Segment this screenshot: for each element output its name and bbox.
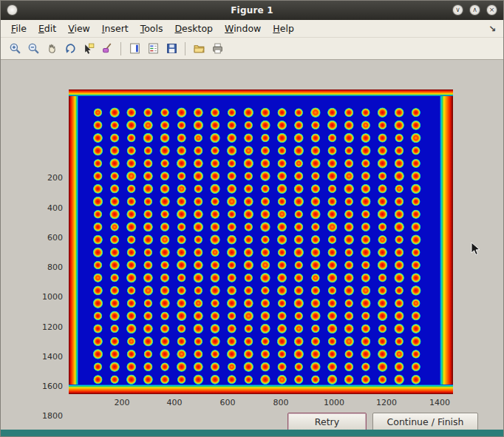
y-tick-label: 1600: [35, 382, 63, 391]
y-tick-label: 1800: [35, 411, 63, 421]
y-tick-label: 400: [35, 203, 63, 213]
x-tick-label: 1400: [423, 398, 456, 407]
heatmap-image[interactable]: [69, 89, 453, 394]
menu-window[interactable]: Window: [219, 21, 267, 36]
save-icon[interactable]: [163, 41, 180, 57]
y-tick-label: 1400: [35, 352, 63, 362]
y-tick-label: 1200: [35, 322, 63, 332]
menu-help[interactable]: Help: [267, 21, 300, 36]
retry-button[interactable]: Retry: [287, 413, 367, 431]
y-tick-label: 200: [35, 173, 63, 183]
menu-edit[interactable]: Edit: [33, 21, 62, 36]
x-tick-label: 1000: [318, 398, 350, 407]
toolbar-separator: [185, 42, 185, 55]
continue-finish-button[interactable]: Continue / Finish: [372, 413, 478, 431]
data-cursor-icon[interactable]: [81, 41, 97, 57]
minimize-button[interactable]: ∨: [452, 4, 463, 16]
y-tick-label: 800: [35, 262, 63, 272]
rotate-3d-icon[interactable]: [62, 41, 78, 57]
y-tick-label: 1000: [35, 292, 63, 302]
legend-icon[interactable]: [145, 41, 161, 57]
menu-desktop[interactable]: Desktop: [168, 21, 219, 36]
x-tick-label: 800: [265, 398, 297, 407]
zoom-in-icon[interactable]: [7, 41, 23, 57]
toolbar-separator: [120, 42, 121, 55]
print-icon[interactable]: [209, 41, 225, 57]
x-tick-label: 600: [211, 398, 244, 407]
close-button[interactable]: ×: [486, 4, 497, 16]
x-tick-label: 200: [106, 398, 138, 407]
brush-icon[interactable]: [99, 41, 115, 57]
open-icon[interactable]: [191, 41, 207, 57]
bottom-edge-strip: [1, 430, 503, 436]
window-menu-button[interactable]: [7, 4, 18, 16]
figure-canvas-area: 200 400 600 800 1000 1200 1400 1600 1800…: [1, 60, 503, 431]
menu-insert[interactable]: Insert: [96, 21, 134, 36]
window-title: Figure 1: [1, 5, 503, 16]
dock-arrow-icon[interactable]: ↘: [488, 24, 496, 34]
menu-view[interactable]: View: [62, 21, 96, 36]
x-tick-label: 400: [158, 398, 191, 407]
colorbar-icon[interactable]: [126, 41, 143, 57]
menu-file[interactable]: File: [5, 21, 33, 36]
pan-icon[interactable]: [44, 41, 60, 57]
menu-tools[interactable]: Tools: [134, 21, 169, 36]
menu-bar: File Edit View Insert Tools Desktop Wind…: [1, 20, 503, 38]
figure-toolbar: [1, 38, 503, 60]
maximize-button[interactable]: ∧: [469, 4, 480, 16]
mouse-cursor-icon: [471, 242, 481, 260]
zoom-out-icon[interactable]: [25, 41, 41, 57]
title-bar[interactable]: Figure 1 ∨ ∧ ×: [1, 1, 503, 20]
figure-window: Figure 1 ∨ ∧ × File Edit View Insert Too…: [0, 0, 504, 437]
y-tick-label: 600: [35, 233, 63, 243]
x-tick-label: 1200: [370, 398, 403, 407]
